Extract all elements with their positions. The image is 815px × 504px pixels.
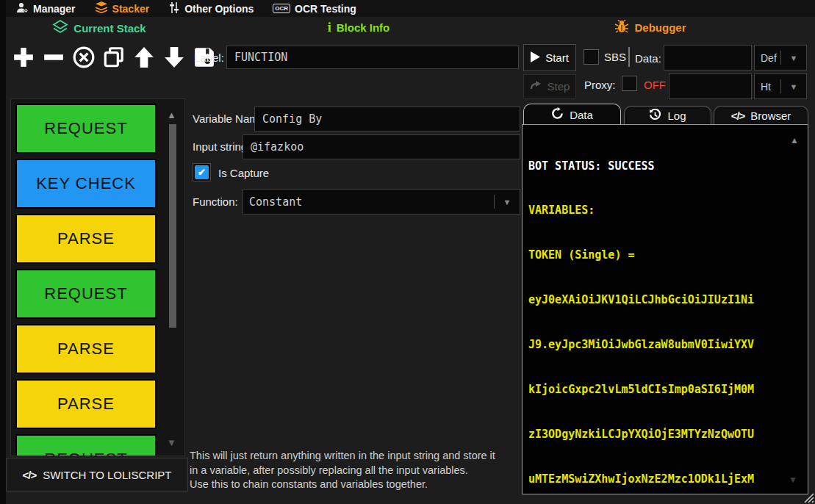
window-edge (0, 0, 6, 504)
debugger-log-area[interactable]: BOT STATUS: SUCCESS VARIABLES: TOKEN (Si… (522, 124, 808, 494)
start-button[interactable]: Start (523, 44, 576, 71)
proxy-caption: Proxy: (584, 79, 616, 91)
stack-block-parse-1[interactable]: PARSE (15, 214, 157, 264)
stack-block-request-1[interactable]: REQUEST (15, 104, 157, 154)
is-capture-checkbox[interactable]: ✔ (193, 163, 211, 181)
sliders-icon (168, 2, 180, 15)
log-line: BOT STATUS: SUCCESS (528, 159, 754, 173)
menu-bar: Manager Stacker Other Options OCR OCR Te… (6, 0, 815, 17)
code-icon: </> (731, 109, 745, 122)
data-caption: Data: (635, 52, 661, 65)
info-icon: i (328, 20, 331, 35)
function-value: Constant (243, 195, 494, 209)
history-icon (649, 109, 661, 123)
resize-grip[interactable] (802, 491, 814, 503)
stack-block-request-3[interactable]: REQUEST (15, 434, 157, 456)
proxy-type-select[interactable]: Ht ▼ (754, 73, 807, 99)
stack-block-request-2[interactable]: REQUEST (15, 269, 157, 319)
scroll-down-icon[interactable]: ▼ (167, 437, 176, 448)
proxy-input[interactable] (669, 73, 752, 99)
stack-list: REQUEST KEY CHECK PARSE REQUEST PARSE PA… (10, 98, 185, 456)
menu-item-label: Stacker (112, 3, 150, 15)
block-description: This will just return anything written i… (190, 449, 524, 492)
step-button[interactable]: Step (523, 74, 576, 98)
clear-stack-icon[interactable] (71, 44, 97, 71)
chevron-down-icon: ▼ (495, 198, 520, 206)
log-line: uMTEzMSwiZXhwIjoxNzE2Mzc1ODk1LjExM (528, 472, 754, 486)
layers-diamond-icon (52, 20, 68, 37)
menu-item-stacker[interactable]: Stacker (95, 1, 150, 15)
log-line: TOKEN (Single) = (528, 248, 754, 262)
move-up-icon[interactable] (131, 44, 157, 71)
stack-block-parse-3[interactable]: PARSE (15, 379, 157, 429)
log-line: eyJ0eXAiOiJKV1QiLCJhbGciOiJIUzI1Ni (528, 292, 754, 307)
step-arrow-icon (530, 80, 542, 93)
bug-icon (614, 20, 629, 35)
stack-layers-icon (95, 1, 108, 15)
section-title: Debugger (634, 21, 686, 34)
wordlist-type-select[interactable]: Def ▼ (754, 45, 807, 71)
ocr-icon: OCR (273, 4, 290, 13)
scrollbar-thumb[interactable] (169, 124, 176, 328)
scroll-up-icon[interactable]: ▲ (790, 135, 799, 145)
remove-block-icon[interactable] (40, 44, 67, 71)
tab-log[interactable]: Log (624, 106, 711, 125)
menu-item-label: Other Options (184, 3, 254, 15)
sbs-label: SBS (604, 51, 626, 63)
description-line: Use this to chain constants and variable… (190, 478, 524, 492)
variable-name-input[interactable] (254, 107, 520, 132)
switch-button-label: SWITCH TO LOLISCRIPT (43, 469, 171, 481)
debugger-data-input[interactable] (664, 45, 752, 71)
scroll-up-icon[interactable]: ▲ (167, 109, 176, 120)
menu-item-ocr-testing[interactable]: OCR OCR Testing (273, 3, 356, 15)
tab-data[interactable]: Data (523, 104, 621, 125)
proxy-checkbox[interactable] (622, 76, 637, 91)
code-icon: </> (23, 469, 37, 481)
stack-toolbar (10, 44, 218, 71)
refresh-icon (551, 107, 564, 122)
function-select[interactable]: Constant ▼ (243, 189, 520, 215)
current-stack-header: Current Stack (29, 20, 169, 37)
block-label-input[interactable] (226, 46, 519, 69)
input-string-caption: Input string: (193, 140, 250, 153)
label-caption: Label: (194, 51, 224, 64)
tab-label: Log (667, 109, 686, 122)
description-line: This will just return anything written i… (190, 449, 524, 464)
section-title: Block Info (337, 21, 390, 34)
tab-label: Data (570, 109, 593, 121)
checkmark-icon: ✔ (195, 165, 209, 179)
stack-block-keycheck[interactable]: KEY CHECK (15, 159, 157, 209)
sbs-checkbox[interactable] (584, 49, 599, 65)
stack-block-parse-2[interactable]: PARSE (15, 324, 157, 374)
switch-to-loliscript-button[interactable]: </> SWITCH TO LOLISCRIPT (6, 458, 188, 492)
menu-item-label: OCR Testing (295, 3, 356, 15)
log-text: BOT STATUS: SUCCESS VARIABLES: TOKEN (Si… (528, 129, 754, 504)
scroll-down-icon[interactable]: ▼ (789, 475, 797, 485)
section-title: Current Stack (73, 22, 146, 35)
wordlist-type-value: Def (755, 52, 780, 64)
clone-block-icon[interactable] (101, 44, 127, 71)
log-line: VARIABLES: (528, 203, 754, 217)
play-icon (531, 51, 540, 65)
chevron-down-icon: ▼ (781, 82, 806, 91)
menu-item-manager[interactable]: Manager (16, 2, 76, 15)
step-label: Step (547, 80, 570, 93)
menu-item-other-options[interactable]: Other Options (168, 2, 254, 15)
tab-browser[interactable]: </> Browser (714, 106, 808, 125)
menu-item-label: Manager (33, 3, 76, 15)
chevron-down-icon: ▼ (781, 54, 806, 62)
block-info-header: i Block Info (292, 20, 425, 35)
debugger-header: Debugger (588, 20, 713, 35)
start-label: Start (545, 51, 569, 64)
description-line: in a variable, after possibly replacing … (190, 464, 524, 478)
is-capture-label: Is Capture (218, 167, 269, 179)
move-down-icon[interactable] (161, 44, 187, 71)
proxy-type-value: Ht (755, 81, 780, 93)
log-line: kIjoicGxpc2lvLm5ldCIsImp0aSI6IjM0M (528, 382, 754, 397)
input-string-input[interactable] (243, 134, 520, 159)
log-line: zI3ODgyNzkiLCJpYXQiOjE3MTYzNzQwOTU (528, 427, 754, 442)
user-gear-icon (16, 2, 29, 15)
add-block-icon[interactable] (10, 44, 37, 71)
proxy-status-badge: OFF (644, 79, 666, 91)
divider (628, 47, 630, 67)
